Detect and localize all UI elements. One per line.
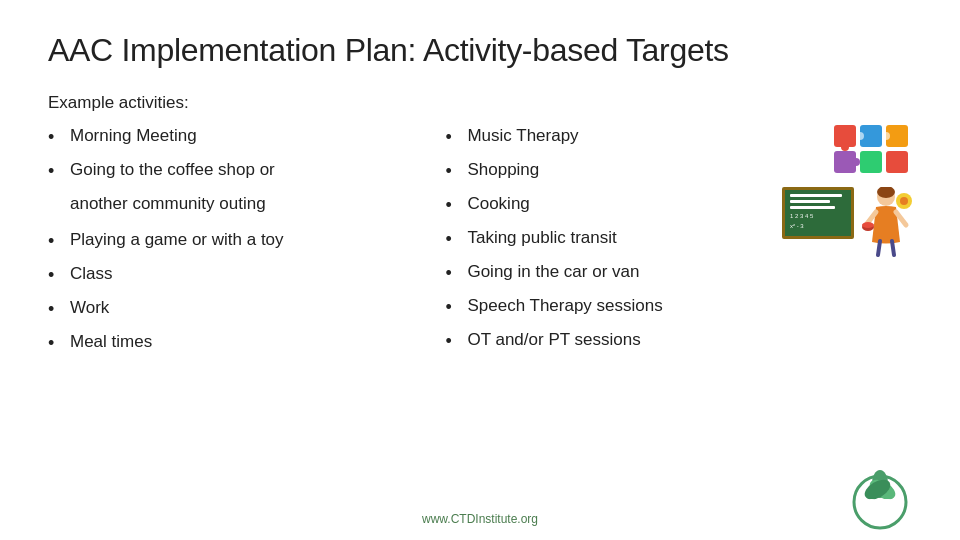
chalk-line: [790, 206, 835, 209]
puzzle-icon: [832, 123, 912, 179]
bullet-dot: •: [445, 124, 467, 151]
puzzle-svg: [832, 123, 910, 179]
bullet-text: OT and/or PT sessions: [467, 327, 912, 353]
footer: www.CTDInstitute.org: [0, 512, 960, 526]
bullet-text: Meal times: [70, 329, 445, 355]
svg-point-1: [841, 143, 849, 151]
bullet-dot: •: [48, 158, 70, 185]
bullet-text: Going to the coffee shop or: [70, 157, 445, 183]
svg-rect-9: [886, 151, 908, 173]
svg-line-15: [892, 241, 894, 255]
bullet-dot: •: [445, 158, 467, 185]
bullet-dot: •: [48, 228, 70, 255]
bullet-dot: •: [48, 330, 70, 357]
footer-url: www.CTDInstitute.org: [422, 512, 538, 526]
svg-point-25: [876, 471, 884, 479]
example-label: Example activities:: [48, 93, 912, 113]
chalk-numbers: 1 2 3 4 5: [790, 213, 813, 219]
chalkboard-area: 1 2 3 4 5 x² - 3: [782, 187, 912, 257]
bullet-dot: •: [445, 328, 467, 355]
svg-rect-8: [860, 151, 882, 173]
continuation-text: another community outing: [70, 191, 445, 217]
bullet-dot: •: [445, 260, 467, 287]
list-item: • Work: [48, 295, 445, 323]
svg-point-7: [852, 158, 860, 166]
girl-figure-icon: [860, 187, 912, 257]
bullet-text: Morning Meeting: [70, 123, 445, 149]
slide-title: AAC Implementation Plan: Activity-based …: [48, 32, 912, 69]
svg-point-3: [856, 132, 864, 140]
bullet-dot: •: [445, 226, 467, 253]
list-item: • Meal times: [48, 329, 445, 357]
list-item: • Going in the car or van: [445, 259, 912, 287]
list-item: • OT and/or PT sessions: [445, 327, 912, 355]
bullet-text: Work: [70, 295, 445, 321]
ctd-logo-svg: CTD: [848, 466, 912, 530]
svg-point-19: [900, 197, 908, 205]
content-area: • Morning Meeting • Going to the coffee …: [48, 123, 912, 516]
left-column: • Morning Meeting • Going to the coffee …: [48, 123, 445, 516]
bullet-text: Playing a game or with a toy: [70, 227, 445, 253]
svg-line-14: [878, 241, 880, 255]
bullet-dot: •: [48, 124, 70, 151]
svg-point-17: [862, 222, 874, 228]
bullet-text: Class: [70, 261, 445, 287]
bullet-text: Speech Therapy sessions: [467, 293, 912, 319]
chalk-line: [790, 194, 842, 197]
svg-text:CTD: CTD: [867, 496, 894, 511]
bullet-text: Going in the car or van: [467, 259, 912, 285]
list-item: • Class: [48, 261, 445, 289]
chalk-formula: x² - 3: [790, 223, 804, 229]
bullet-dot: •: [445, 192, 467, 219]
slide: AAC Implementation Plan: Activity-based …: [0, 0, 960, 540]
chalkboard-icon: 1 2 3 4 5 x² - 3: [782, 187, 854, 239]
list-item: • Speech Therapy sessions: [445, 293, 912, 321]
list-item: • Morning Meeting: [48, 123, 445, 151]
svg-point-5: [882, 132, 890, 140]
list-item: • Going to the coffee shop or: [48, 157, 445, 185]
list-item: • Playing a game or with a toy: [48, 227, 445, 255]
ctd-logo: CTD: [848, 466, 912, 530]
bullet-dot: •: [48, 296, 70, 323]
chalk-line: [790, 200, 830, 203]
right-column: 1 2 3 4 5 x² - 3: [445, 123, 912, 516]
bullet-dot: •: [445, 294, 467, 321]
bullet-dot: •: [48, 262, 70, 289]
clip-art-area: 1 2 3 4 5 x² - 3: [752, 123, 912, 253]
